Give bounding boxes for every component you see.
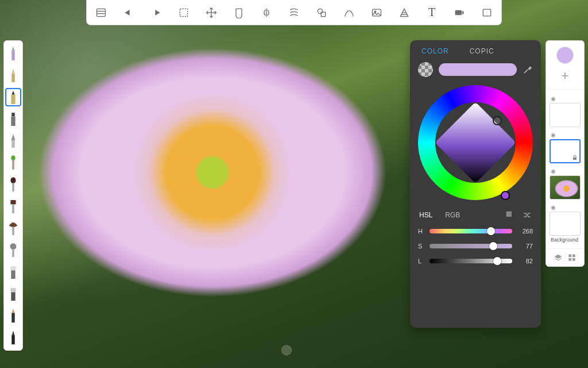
visibility-icon[interactable]: ◉ [550, 204, 581, 210]
svg-rect-27 [12, 160, 14, 170]
symmetry-y-icon[interactable] [288, 6, 300, 19]
brush-pencil[interactable] [5, 44, 21, 63]
brush-airbrush[interactable] [5, 132, 21, 150]
light-label: L [418, 258, 424, 264]
svg-rect-23 [11, 116, 15, 126]
svg-rect-34 [12, 249, 14, 257]
redo-icon[interactable] [150, 6, 163, 19]
svg-rect-35 [10, 266, 16, 270]
svg-point-28 [10, 177, 16, 183]
visibility-icon[interactable]: ◉ [550, 132, 581, 138]
svg-rect-51 [569, 258, 571, 260]
transparency-toggle[interactable] [418, 62, 433, 77]
svg-rect-15 [483, 9, 490, 16]
hue-value: 268 [518, 228, 533, 235]
color-wheel[interactable] [418, 85, 533, 200]
brush-synthetic[interactable] [5, 306, 21, 325]
current-color-swatch[interactable] [439, 63, 517, 76]
brush-smudge[interactable] [5, 241, 21, 259]
layers-list-icon[interactable] [95, 6, 107, 19]
brush-eraser-hard[interactable] [5, 285, 21, 303]
svg-rect-42 [11, 335, 15, 344]
layer-bg-label: Background [550, 236, 581, 243]
svg-marker-48 [555, 255, 562, 259]
brush-paint[interactable] [5, 154, 21, 172]
hue-slider[interactable]: H 268 [418, 228, 533, 235]
layer-1[interactable]: ◉ [550, 168, 581, 200]
svg-marker-20 [11, 91, 15, 94]
svg-rect-31 [12, 204, 14, 213]
transform-icon[interactable] [205, 6, 218, 19]
svg-point-26 [11, 155, 15, 160]
brush-marker[interactable] [5, 88, 21, 106]
svg-rect-45 [506, 214, 509, 217]
svg-marker-41 [12, 331, 14, 335]
svg-marker-18 [11, 68, 15, 74]
brush-chisel[interactable] [5, 110, 21, 128]
lightness-slider[interactable]: L 82 [418, 258, 533, 264]
selection-icon[interactable] [177, 6, 190, 19]
active-color-dot[interactable] [556, 47, 574, 64]
svg-marker-24 [11, 134, 15, 140]
brush-eraser-soft[interactable] [5, 263, 21, 281]
fullscreen-icon[interactable] [481, 6, 493, 19]
tab-copic[interactable]: COPIC [470, 47, 494, 55]
lock-icon [571, 154, 578, 161]
svg-rect-40 [11, 313, 15, 323]
brush-round[interactable] [5, 175, 21, 194]
visibility-icon[interactable]: ◉ [550, 168, 581, 174]
hue-label: H [418, 228, 424, 235]
svg-rect-3 [180, 9, 187, 16]
svg-rect-50 [572, 255, 575, 257]
brush-puck[interactable] [281, 345, 292, 355]
timelapse-icon[interactable] [453, 6, 466, 19]
saturation-slider[interactable]: S 77 [418, 243, 533, 250]
brush-palette [3, 40, 23, 351]
brush-fan[interactable] [5, 219, 21, 237]
svg-point-7 [318, 9, 322, 13]
svg-marker-22 [11, 113, 15, 116]
visibility-icon[interactable]: ◉ [550, 95, 581, 102]
light-value: 82 [518, 258, 533, 264]
layer-2[interactable]: ◉ [550, 132, 581, 163]
svg-rect-37 [10, 288, 16, 292]
shapes-icon[interactable] [315, 6, 328, 19]
eyedropper-icon[interactable] [523, 64, 533, 75]
add-layer-button[interactable]: + [562, 68, 569, 83]
svg-rect-36 [11, 270, 15, 279]
undo-icon[interactable] [122, 6, 135, 19]
layer-grid-icon[interactable] [568, 254, 576, 262]
svg-rect-0 [97, 9, 106, 16]
brush-pen[interactable] [5, 66, 21, 85]
svg-rect-19 [11, 74, 15, 82]
brush-inking[interactable] [5, 328, 21, 347]
brush-flat[interactable] [5, 197, 21, 216]
svg-rect-14 [462, 11, 464, 14]
svg-rect-25 [11, 140, 15, 148]
svg-rect-29 [12, 183, 14, 191]
text-icon[interactable]: T [425, 6, 438, 19]
svg-rect-13 [455, 10, 462, 14]
svg-rect-52 [572, 258, 575, 260]
svg-rect-38 [11, 292, 15, 301]
svg-marker-39 [11, 309, 15, 313]
randomize-icon[interactable] [523, 210, 532, 220]
layer-stack-icon[interactable] [554, 254, 562, 262]
tab-color[interactable]: COLOR [421, 47, 449, 55]
svg-rect-43 [506, 212, 509, 214]
curve-icon[interactable] [343, 6, 355, 19]
hue-cursor[interactable] [501, 191, 510, 200]
mode-hsl[interactable]: HSL [419, 211, 432, 219]
svg-rect-46 [509, 214, 512, 217]
svg-rect-44 [509, 212, 512, 214]
color-panel: COLOR COPIC HSL RGB H 268 S 77 L 82 [410, 40, 541, 328]
swatches-grid-icon[interactable] [505, 210, 514, 220]
symmetry-x-icon[interactable] [260, 6, 273, 19]
sv-cursor[interactable] [493, 116, 502, 125]
mode-rgb[interactable]: RGB [445, 211, 460, 219]
image-icon[interactable] [370, 6, 383, 19]
layer-bg[interactable]: ◉ Background [550, 204, 581, 243]
perspective-icon[interactable] [398, 6, 411, 19]
layer-3[interactable]: ◉ [550, 95, 581, 127]
fill-icon[interactable] [233, 6, 245, 19]
